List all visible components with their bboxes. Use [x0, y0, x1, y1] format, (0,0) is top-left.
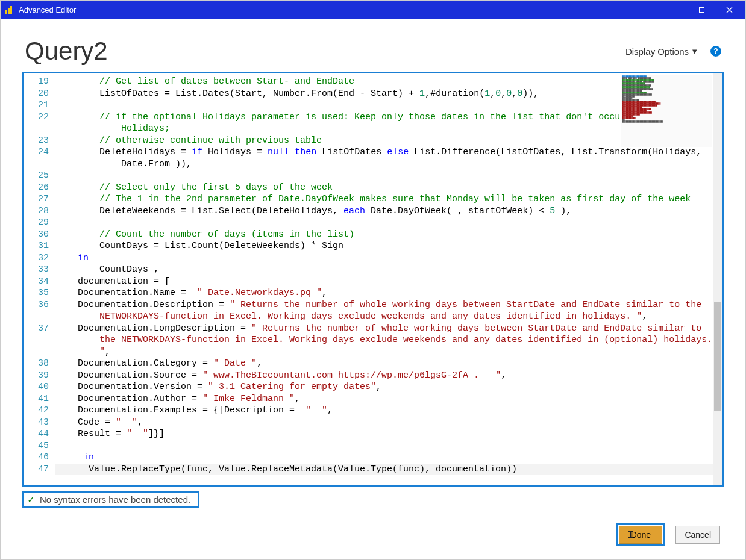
- line-number: 47: [24, 464, 49, 476]
- code-line[interactable]: // Select only the first 5 days of the w…: [55, 182, 722, 194]
- vertical-scrollbar[interactable]: [713, 73, 722, 485]
- line-number: 31: [24, 240, 49, 252]
- code-line[interactable]: CountDays = List.Count(DeleteWeekends) *…: [55, 240, 722, 252]
- line-number: 43: [24, 417, 49, 429]
- line-number: 24: [24, 146, 49, 158]
- checkmark-icon: ✓: [27, 494, 35, 505]
- line-number: 26: [24, 182, 49, 194]
- code-line[interactable]: Documentation.Author = " Imke Feldmann "…: [55, 393, 722, 405]
- code-line[interactable]: Date.From )),: [55, 158, 722, 170]
- line-number: 32: [24, 252, 49, 264]
- maximize-button[interactable]: [688, 1, 715, 19]
- line-number-gutter: 19202122 2324 252627282930313233343536 3…: [24, 73, 55, 485]
- code-line[interactable]: CountDays ,: [55, 264, 722, 276]
- display-options-label: Display Options: [625, 46, 689, 57]
- text-cursor-icon: Ꮖ: [628, 530, 634, 540]
- line-number: 20: [24, 88, 49, 100]
- line-number: 38: [24, 358, 49, 370]
- line-number: [24, 334, 49, 346]
- line-number: 27: [24, 193, 49, 205]
- code-line[interactable]: // The 1 in the 2nd parameter of Date.Da…: [55, 193, 722, 205]
- line-number: [24, 158, 49, 170]
- line-number: 42: [24, 405, 49, 417]
- line-number: 28: [24, 205, 49, 217]
- line-number: 40: [24, 381, 49, 393]
- line-number: 44: [24, 428, 49, 440]
- help-icon[interactable]: ?: [710, 46, 721, 57]
- line-number: [24, 311, 49, 323]
- dialog-footer: Ꮖ Done Cancel: [616, 523, 720, 546]
- line-number: 45: [24, 440, 49, 452]
- line-number: 36: [24, 299, 49, 311]
- window-title: Advanced Editor: [19, 5, 76, 14]
- svg-rect-2: [10, 6, 12, 14]
- code-editor[interactable]: 19202122 2324 252627282930313233343536 3…: [22, 72, 724, 487]
- svg-rect-0: [5, 10, 7, 14]
- code-line[interactable]: Documentation.Name = " Date.Networkdays.…: [55, 287, 722, 299]
- close-button[interactable]: [715, 1, 743, 19]
- powerbi-icon: [5, 5, 14, 14]
- svg-rect-1: [8, 8, 10, 14]
- display-options-dropdown[interactable]: Display Options ▾: [625, 46, 697, 57]
- code-line[interactable]: [55, 170, 722, 182]
- code-line[interactable]: in: [55, 452, 722, 464]
- done-button[interactable]: Ꮖ Done: [619, 526, 662, 544]
- scrollbar-thumb[interactable]: [714, 302, 721, 411]
- code-line[interactable]: [55, 440, 722, 452]
- code-line[interactable]: DeleteHolidays = if Holidays = null then…: [55, 146, 722, 158]
- code-minimap[interactable]: ██████████████████████████ ████ ███ ████…: [621, 75, 712, 147]
- line-number: 35: [24, 287, 49, 299]
- svg-rect-4: [699, 7, 704, 12]
- code-line[interactable]: Documentation.Description = " Returns th…: [55, 299, 722, 311]
- code-line[interactable]: ",: [55, 346, 722, 358]
- code-line[interactable]: DeleteWeekends = List.Select(DeleteHolid…: [55, 205, 722, 217]
- line-number: 21: [24, 99, 49, 111]
- line-number: 22: [24, 111, 49, 123]
- done-button-highlight: Ꮖ Done: [616, 523, 665, 546]
- query-name-title: Query2: [25, 37, 625, 66]
- code-line[interactable]: Documentation.Examples = {[Description =…: [55, 405, 722, 417]
- line-number: 39: [24, 370, 49, 382]
- syntax-status: ✓ No syntax errors have been detected.: [22, 491, 199, 508]
- line-number: 37: [24, 323, 49, 335]
- line-number: 29: [24, 217, 49, 229]
- code-line[interactable]: Documentation.LongDescription = " Return…: [55, 323, 722, 335]
- syntax-status-text: No syntax errors have been detected.: [40, 494, 190, 505]
- advanced-editor-window: Advanced Editor Query2 Display Options ▾…: [0, 0, 746, 560]
- line-number: 30: [24, 229, 49, 241]
- status-row: ✓ No syntax errors have been detected.: [22, 491, 724, 508]
- line-number: 33: [24, 264, 49, 276]
- code-line[interactable]: Value.ReplaceType(func, Value.ReplaceMet…: [55, 464, 722, 476]
- chevron-down-icon: ▾: [692, 46, 697, 57]
- line-number: 41: [24, 393, 49, 405]
- line-number: 34: [24, 276, 49, 288]
- header-bar: Query2 Display Options ▾ ?: [1, 19, 745, 72]
- code-line[interactable]: documentation = [: [55, 276, 722, 288]
- minimize-button[interactable]: [660, 1, 688, 19]
- code-line[interactable]: [55, 217, 722, 229]
- code-line[interactable]: Documentation.Category = " Date ",: [55, 358, 722, 370]
- code-line[interactable]: in: [55, 252, 722, 264]
- code-line[interactable]: the NETWORKDAYS-function in Excel. Worki…: [55, 334, 722, 346]
- line-number: [24, 123, 49, 135]
- cancel-button[interactable]: Cancel: [675, 526, 720, 544]
- line-number: 25: [24, 170, 49, 182]
- line-number: [24, 346, 49, 358]
- title-bar[interactable]: Advanced Editor: [1, 1, 745, 19]
- code-line[interactable]: // Count the number of days (items in th…: [55, 229, 722, 241]
- code-line[interactable]: Documentation.Version = " 3.1 Catering f…: [55, 381, 722, 393]
- line-number: 46: [24, 452, 49, 464]
- cancel-button-label: Cancel: [685, 530, 711, 540]
- code-line[interactable]: NETWORKDAYS-function in Excel. Working d…: [55, 311, 722, 323]
- line-number: 19: [24, 76, 49, 88]
- code-line[interactable]: Code = " ",: [55, 417, 722, 429]
- line-number: 23: [24, 135, 49, 147]
- code-line[interactable]: Documentation.Source = " www.TheBIccount…: [55, 370, 722, 382]
- code-line[interactable]: Result = " "]}]: [55, 428, 722, 440]
